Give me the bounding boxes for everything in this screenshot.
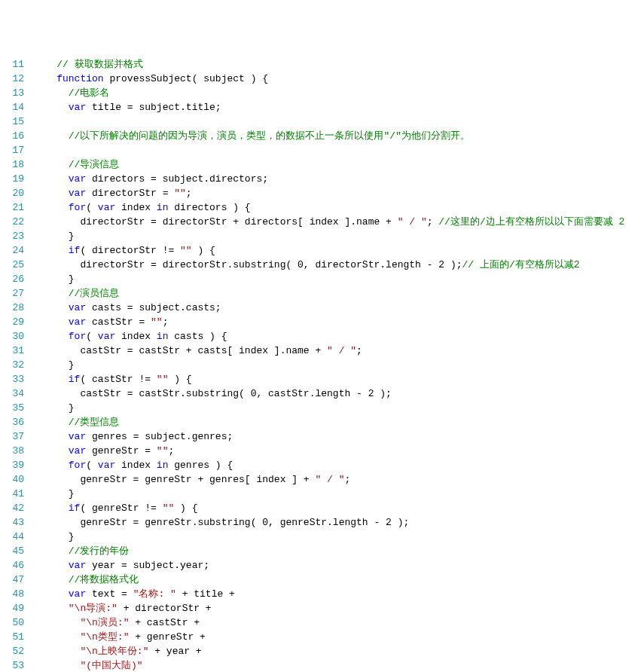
code-line[interactable]: var directorStr = ""; <box>33 186 624 200</box>
code-token: //发行的年份 <box>69 545 130 557</box>
code-token: genres ) { <box>168 460 233 471</box>
code-line[interactable]: var title = subject.title; <box>33 100 624 115</box>
code-token: var <box>69 560 86 571</box>
code-line[interactable]: //发行的年份 <box>33 544 624 558</box>
code-token: + genreStr + <box>129 631 205 643</box>
line-number: 12 <box>6 72 24 86</box>
code-token: } <box>33 273 75 285</box>
code-token: ( castStr != <box>80 374 156 385</box>
code-token <box>33 188 69 199</box>
code-line[interactable]: } <box>33 530 624 544</box>
code-line[interactable]: //类型信息 <box>33 415 624 429</box>
code-line[interactable]: var directors = subject.directors; <box>33 172 624 186</box>
code-token: ; <box>344 474 350 485</box>
line-number: 41 <box>6 487 24 501</box>
code-line[interactable]: var genreStr = ""; <box>33 444 624 458</box>
code-token: castStr = castStr + casts[ index ].name … <box>33 345 327 356</box>
code-token <box>33 302 69 313</box>
code-token: "" <box>180 245 192 256</box>
code-line[interactable]: "\n演员:" + castStr + <box>33 615 624 630</box>
line-number: 33 <box>6 372 24 386</box>
code-line[interactable]: directorStr = directorStr.substring( 0, … <box>33 258 624 272</box>
line-number: 21 <box>6 200 24 215</box>
code-line[interactable]: } <box>33 401 624 415</box>
line-number: 34 <box>6 386 24 401</box>
code-line[interactable]: //将数据格式化 <box>33 573 624 587</box>
code-line[interactable]: genreStr = genreStr + genres[ index ] + … <box>33 472 624 487</box>
code-token <box>33 603 69 614</box>
code-token: for <box>69 460 86 471</box>
code-token: ; <box>186 188 192 199</box>
code-line[interactable] <box>33 115 624 129</box>
code-area[interactable]: // 获取数据并格式 function provessSubject( subj… <box>33 57 624 672</box>
code-line[interactable]: var text = "名称: " + title + <box>33 587 624 601</box>
code-token: //这里的/边上有空格所以以下面需要减 2 <box>438 216 624 228</box>
code-line[interactable]: } <box>33 229 624 243</box>
code-token: casts ) { <box>168 331 227 342</box>
code-token: ( genreStr != <box>80 502 162 514</box>
code-token: var <box>69 173 86 185</box>
code-token <box>33 617 80 628</box>
code-token: ( <box>86 460 98 471</box>
code-line[interactable]: for( var index in directors ) { <box>33 200 624 215</box>
code-line[interactable] <box>33 143 624 157</box>
line-number: 47 <box>6 573 24 587</box>
code-token: directorStr = directorStr.substring( 0, … <box>33 259 462 270</box>
code-token: ) { <box>168 374 191 385</box>
code-token <box>33 431 69 442</box>
code-token: var <box>98 202 115 213</box>
code-line[interactable]: } <box>33 487 624 501</box>
code-line[interactable]: //导演信息 <box>33 157 624 172</box>
code-line[interactable]: //电影名 <box>33 86 624 100</box>
code-line[interactable]: for( var index in genres ) { <box>33 458 624 472</box>
line-number: 32 <box>6 358 24 372</box>
code-token: } <box>33 359 75 371</box>
code-token: ( <box>86 202 98 213</box>
code-token <box>33 102 69 113</box>
code-token <box>33 560 69 571</box>
code-token <box>33 502 69 514</box>
code-token: //将数据格式化 <box>69 574 139 585</box>
code-line[interactable]: "(中国大陆)" <box>33 658 624 672</box>
code-token: if <box>69 245 81 256</box>
code-line[interactable]: "\n上映年份:" + year + <box>33 644 624 658</box>
code-line[interactable]: function provessSubject( subject ) { <box>33 72 624 86</box>
code-line[interactable]: directorStr = directorStr + directors[ i… <box>33 215 624 229</box>
code-token: in <box>157 202 169 213</box>
code-line[interactable]: //演员信息 <box>33 286 624 301</box>
code-line[interactable]: castStr = castStr + casts[ index ].name … <box>33 344 624 358</box>
code-token <box>33 588 69 600</box>
line-number: 29 <box>6 315 24 329</box>
code-token: ; <box>427 216 439 228</box>
code-token <box>33 159 69 170</box>
code-token <box>33 331 69 342</box>
code-token: ( directorStr != <box>80 245 180 256</box>
code-token <box>33 202 69 213</box>
line-number: 48 <box>6 587 24 601</box>
code-line[interactable]: "\n导演:" + directorStr + <box>33 601 624 615</box>
code-line[interactable]: castStr = castStr.substring( 0, castStr.… <box>33 386 624 401</box>
code-line[interactable]: } <box>33 272 624 286</box>
code-token: "" <box>151 316 163 328</box>
line-number: 36 <box>6 415 24 429</box>
code-line[interactable]: if( genreStr != "" ) { <box>33 501 624 515</box>
code-line[interactable]: "\n类型:" + genreStr + <box>33 630 624 644</box>
code-token: genreStr = genreStr + genres[ index ] + <box>33 474 315 485</box>
code-token: ; <box>356 345 362 356</box>
code-line[interactable]: if( directorStr != "" ) { <box>33 243 624 258</box>
code-line[interactable]: } <box>33 358 624 372</box>
code-line[interactable]: //以下所解决的问题的因为导演，演员，类型，的数据不止一条所以使用"/"为他们分… <box>33 129 624 143</box>
code-line[interactable]: var castStr = ""; <box>33 315 624 329</box>
code-token: "\n类型:" <box>80 631 129 643</box>
code-line[interactable]: var genres = subject.genres; <box>33 429 624 444</box>
code-token: genreStr = <box>86 445 157 457</box>
code-line[interactable]: var year = subject.year; <box>33 558 624 573</box>
code-token: //导演信息 <box>69 159 120 170</box>
code-line[interactable]: genreStr = genreStr.substring( 0, genreS… <box>33 515 624 530</box>
line-number: 46 <box>6 558 24 573</box>
code-line[interactable]: var casts = subject.casts; <box>33 301 624 315</box>
code-line[interactable]: if( castStr != "" ) { <box>33 372 624 386</box>
code-token: + year + <box>148 646 201 657</box>
code-line[interactable]: for( var index in casts ) { <box>33 329 624 344</box>
code-line[interactable]: // 获取数据并格式 <box>33 57 624 72</box>
